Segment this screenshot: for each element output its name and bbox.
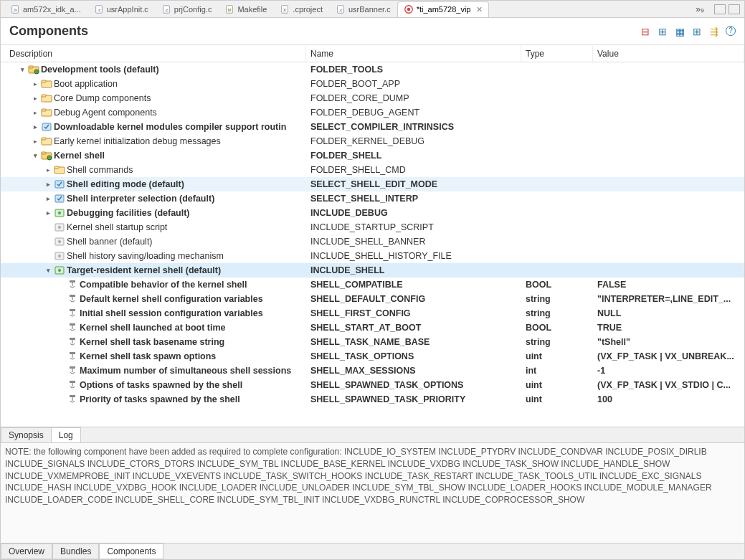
row-name: FOLDER_SHELL_CMD [306,165,521,175]
tree-row[interactable]: Default kernel shell configuration varia… [1,292,744,306]
footer-tab[interactable]: Components [99,544,163,559]
prop-icon [67,394,78,405]
row-value: FALSE [593,280,744,290]
footer-tabbar: OverviewBundlesComponents [1,544,744,559]
row-type: BOOL [521,280,593,290]
filter-icon[interactable]: ⇶ [708,26,720,37]
show-tree-icon[interactable]: ⊞ [691,26,703,37]
editor-tab[interactable]: .cprjConfig.c [155,1,219,17]
row-value: "INTERPRETER=,LINE_EDIT_... [593,294,744,304]
tree-row[interactable]: ▸ Downloadable kernel modules compiler s… [1,120,744,134]
tree-row[interactable]: ▾ Development tools (default) FOLDER_TOO… [1,62,744,77]
file-c-icon: .c [94,4,104,14]
expand-all-icon[interactable]: ⊞ [657,26,668,37]
row-name: FOLDER_DEBUG_AGENT [306,108,521,118]
expander-icon[interactable]: ▾ [44,267,52,274]
col-value[interactable]: Value [593,46,744,62]
editor-tab[interactable]: MMakefile [218,1,273,17]
tree-row[interactable]: ▸ Boot application FOLDER_BOOT_APP [1,77,744,91]
svg-rect-47 [70,338,75,340]
editor-tab[interactable]: .ham572x_idk_a... [4,1,87,17]
bottom-tabbar: SynopsisLog [1,427,744,443]
svg-rect-20 [42,95,46,97]
editor-tab[interactable]: .cusrBanner.c [329,1,397,17]
tree-row[interactable]: ▸ Core Dump components FOLDER_CORE_DUMP [1,91,744,105]
tree-row[interactable]: ▸ Shell editing mode (default) SELECT_SH… [1,177,744,191]
row-name: INCLUDE_SHELL [306,265,521,275]
svg-rect-49 [70,366,75,369]
maximize-icon[interactable] [729,4,740,14]
folder-icon [41,107,52,118]
expander-icon[interactable]: ▾ [18,66,27,73]
tree-row[interactable]: Priority of tasks spawned by the shell S… [1,392,744,407]
tree-row[interactable]: Options of tasks spawned by the shell SH… [1,378,744,392]
svg-rect-22 [42,109,46,111]
file-make-icon: M [224,4,234,14]
tree-row[interactable]: ▸ Early kernel initialization debug mess… [1,134,744,148]
svg-rect-43 [70,280,75,283]
expander-icon[interactable]: ▸ [31,109,39,116]
prop-icon [67,279,78,290]
col-name[interactable]: Name [306,46,521,62]
prop-icon [67,293,78,305]
log-panel[interactable]: NOTE: the following component have been … [1,443,744,544]
expander-icon[interactable]: ▸ [44,181,52,188]
row-description: Default kernel shell configuration varia… [80,294,263,304]
show-flat-icon[interactable]: ▦ [674,26,685,37]
tree-row[interactable]: ▸ Debug Agent components FOLDER_DEBUG_AG… [1,105,744,120]
tree-row[interactable]: Kernel shell task basename string SHELL_… [1,335,744,349]
tree-row[interactable]: Kernel shell task spawn options SHELL_TA… [1,349,744,364]
svg-rect-48 [70,352,75,354]
tab-label: usrBanner.c [348,5,391,14]
footer-tab[interactable]: Overview [1,544,52,559]
tree-row[interactable]: Initial shell session configuration vari… [1,306,744,321]
expander-icon[interactable]: ▸ [44,209,52,217]
tree-row[interactable]: Shell history saving/loading mechanism I… [1,249,744,263]
component-tree[interactable]: Description Name Type Value ▾ Developmen… [1,45,744,427]
minimize-icon[interactable] [714,4,726,14]
row-name: SELECT_SHELL_EDIT_MODE [306,179,521,189]
tree-row[interactable]: Shell banner (default) INCLUDE_SHELL_BAN… [1,234,744,249]
tree-row[interactable]: ▸ Shell interpreter selection (default) … [1,191,744,206]
tree-row[interactable]: ▾ Kernel shell FOLDER_SHELL [1,148,744,163]
prop-icon [67,351,78,362]
tab-overflow-button[interactable]: »₉ [690,4,710,14]
svg-rect-25 [42,138,46,140]
col-type[interactable]: Type [521,46,593,62]
tree-row[interactable]: ▸ Debugging facilities (default) INCLUDE… [1,206,744,220]
collapse-all-icon[interactable]: ⊟ [640,26,651,37]
row-type: string [521,337,593,347]
col-description[interactable]: Description [5,46,306,62]
expander-icon[interactable]: ▸ [31,138,39,145]
expander-icon[interactable]: ▸ [31,80,39,87]
tab-label: prjConfig.c [174,5,212,14]
bottom-tab[interactable]: Synopsis [1,427,52,442]
expander-icon[interactable]: ▸ [44,195,52,202]
footer-tab[interactable]: Bundles [52,544,99,559]
tree-row[interactable]: Kernel shell launched at boot time SHELL… [1,321,744,335]
expander-icon[interactable]: ▸ [31,95,39,102]
tree-row[interactable]: Maximum number of simultaneous shell ses… [1,364,744,378]
expander-icon[interactable]: ▾ [31,152,39,159]
tree-row[interactable]: ▾ Target-resident kernel shell (default)… [1,263,744,277]
folder-icon [41,92,52,104]
header-actions: ⊟ ⊞ ▦ ⊞ ⇶ ? [640,26,736,37]
help-icon[interactable]: ? [726,26,736,36]
svg-point-36 [58,226,61,229]
tree-row[interactable]: ▸ Shell commands FOLDER_SHELL_CMD [1,163,744,177]
bottom-tab[interactable]: Log [51,427,81,442]
row-type: string [521,294,593,304]
editor-tab[interactable]: *ti_am5728_vip✕ [397,1,490,17]
close-icon[interactable]: ✕ [476,5,483,14]
file-h-icon: .h [10,4,20,14]
row-name: INCLUDE_SHELL_HISTORY_FILE [306,251,521,261]
editor-tab[interactable]: X.cproject [273,1,329,17]
tree-row[interactable]: Compatible behavior of the kernel shell … [1,277,744,292]
tree-row[interactable]: Kernel shell startup script INCLUDE_STAR… [1,220,744,234]
prop-icon [67,336,78,348]
expander-icon[interactable]: ▸ [31,123,39,130]
row-description: Development tools (default) [41,65,159,75]
editor-tab[interactable]: .cusrAppInit.c [87,1,155,17]
expander-icon[interactable]: ▸ [44,166,52,174]
page-title: Components [9,24,88,39]
